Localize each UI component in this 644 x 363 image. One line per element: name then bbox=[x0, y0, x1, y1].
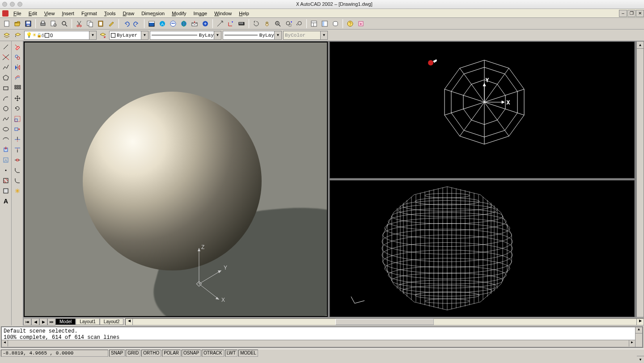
polygon-button[interactable] bbox=[1, 73, 11, 83]
cut-button[interactable] bbox=[74, 19, 84, 29]
menu-tools[interactable]: Tools bbox=[101, 11, 119, 16]
arc-button[interactable] bbox=[1, 93, 11, 103]
mdi-minimize-button[interactable]: – bbox=[619, 10, 627, 17]
move-button[interactable] bbox=[13, 93, 22, 103]
status-otrack[interactable]: OTRACK bbox=[202, 350, 224, 357]
mirror-button[interactable] bbox=[13, 63, 22, 72]
dropdown-arrow-icon[interactable]: ▼ bbox=[141, 31, 148, 39]
color-dropdown[interactable]: ByLayer ▼ bbox=[109, 31, 148, 40]
mdi-restore-button[interactable]: ❐ bbox=[627, 10, 636, 17]
dbconnect-button[interactable] bbox=[330, 19, 340, 29]
menu-help[interactable]: Help bbox=[235, 11, 253, 16]
save-button[interactable] bbox=[23, 19, 33, 29]
autodesk-pointA-button[interactable]: A bbox=[157, 19, 167, 29]
vertical-scrollbar[interactable]: ▲ ▼ bbox=[636, 42, 644, 317]
tracking-button[interactable] bbox=[215, 19, 225, 29]
zoom-realtime-button[interactable]: ± bbox=[273, 19, 283, 29]
scroll-down-button[interactable]: ▼ bbox=[637, 356, 644, 363]
minimize-dot[interactable] bbox=[10, 2, 15, 7]
plotstyle-dropdown[interactable]: ByColor ▼ bbox=[283, 31, 328, 40]
mdi-close-button[interactable]: ✕ bbox=[636, 10, 644, 17]
insert-block-button[interactable] bbox=[1, 145, 11, 155]
offset-button[interactable] bbox=[13, 73, 22, 83]
menu-window[interactable]: Window bbox=[211, 11, 235, 16]
status-grid[interactable]: GRID bbox=[126, 350, 140, 357]
dropdown-arrow-icon[interactable]: ▼ bbox=[89, 31, 96, 39]
text-button[interactable]: A bbox=[1, 196, 11, 206]
layer-previous-button[interactable] bbox=[13, 30, 23, 40]
status-osnap[interactable]: OSNAP bbox=[182, 350, 201, 357]
rectangle-button[interactable] bbox=[1, 83, 11, 93]
zoom-dot[interactable] bbox=[17, 2, 22, 7]
construction-line-button[interactable] bbox=[1, 52, 11, 62]
scale-button[interactable] bbox=[13, 114, 22, 124]
scroll-right-button[interactable]: ▶ bbox=[629, 340, 635, 346]
layer-dropdown[interactable]: 💡 ☀ 🔓 ⎙ 0 ▼ bbox=[24, 31, 97, 40]
print-preview-button[interactable] bbox=[49, 19, 59, 29]
meet-now-button[interactable] bbox=[168, 19, 178, 29]
cmd-hscroll[interactable]: ◀ ▶ bbox=[2, 340, 635, 347]
make-block-button[interactable]: A bbox=[1, 155, 11, 165]
status-ortho[interactable]: ORTHO bbox=[141, 350, 161, 357]
tab-last-button[interactable]: ⏭ bbox=[47, 318, 55, 325]
copy-object-button[interactable] bbox=[13, 52, 22, 62]
tab-model[interactable]: Model bbox=[55, 318, 76, 325]
erase-button[interactable] bbox=[13, 42, 22, 52]
designcenter-button[interactable] bbox=[320, 19, 330, 29]
status-model[interactable]: MODEL bbox=[238, 350, 258, 357]
menu-file[interactable]: FFileile bbox=[10, 11, 25, 16]
break-button[interactable] bbox=[13, 155, 22, 165]
circle-button[interactable] bbox=[1, 104, 11, 114]
ellipse-button[interactable] bbox=[1, 124, 11, 134]
new-button[interactable] bbox=[2, 19, 12, 29]
menu-format[interactable]: Format bbox=[78, 11, 101, 16]
status-lwt[interactable]: LWT bbox=[225, 350, 237, 357]
dropdown-arrow-icon[interactable]: ▼ bbox=[214, 31, 221, 39]
etransmit-button[interactable] bbox=[190, 19, 199, 29]
find-button[interactable] bbox=[59, 19, 69, 29]
rotate-button[interactable] bbox=[13, 104, 22, 114]
chamfer-button[interactable] bbox=[13, 165, 22, 175]
status-polar[interactable]: POLAR bbox=[162, 350, 181, 357]
lineweight-dropdown[interactable]: ByLayer ▼ bbox=[223, 31, 282, 40]
extend-button[interactable] bbox=[13, 145, 22, 155]
make-layer-current-button[interactable] bbox=[98, 30, 108, 40]
redraw-button[interactable] bbox=[251, 19, 261, 29]
viewport-top-wireframe[interactable]: X Y bbox=[330, 42, 635, 178]
today-button[interactable] bbox=[147, 19, 157, 29]
viewport-perspective-render[interactable]: Z Y X bbox=[24, 42, 328, 317]
scroll-left-button[interactable]: ◀ bbox=[126, 319, 133, 325]
array-button[interactable] bbox=[13, 83, 22, 93]
pan-realtime-button[interactable] bbox=[262, 19, 272, 29]
status-snap[interactable]: SNAP bbox=[109, 350, 125, 357]
tab-layout2[interactable]: Layout2 bbox=[100, 318, 124, 325]
ucs-button[interactable]: ▾ bbox=[226, 19, 236, 29]
layer-manager-button[interactable] bbox=[2, 30, 12, 40]
redo-button[interactable] bbox=[132, 19, 142, 29]
tab-next-button[interactable]: ▶ bbox=[39, 318, 47, 325]
line-button[interactable] bbox=[1, 42, 11, 52]
menu-modify[interactable]: Modify bbox=[168, 11, 190, 16]
properties-button[interactable] bbox=[309, 19, 319, 29]
explode-button[interactable] bbox=[13, 186, 22, 196]
publish-button[interactable] bbox=[179, 19, 189, 29]
status-coords[interactable]: -8.8819, 4.9665 , 0.0000 bbox=[1, 350, 108, 357]
menu-image[interactable]: Image bbox=[190, 11, 211, 16]
paste-button[interactable] bbox=[96, 19, 106, 29]
viewport-iso-wireframe[interactable] bbox=[330, 180, 635, 317]
polyline-button[interactable] bbox=[1, 63, 11, 72]
match-properties-button[interactable] bbox=[106, 19, 116, 29]
help-button[interactable]: ? bbox=[345, 19, 355, 29]
cmd-vscroll[interactable]: ▲ bbox=[635, 327, 642, 347]
open-button[interactable] bbox=[13, 19, 22, 29]
menu-view[interactable]: View bbox=[41, 11, 59, 16]
scroll-up-button[interactable]: ▲ bbox=[636, 327, 642, 333]
close-dot[interactable] bbox=[2, 2, 7, 7]
tab-layout1[interactable]: Layout1 bbox=[76, 318, 100, 325]
menu-insert[interactable]: Insert bbox=[58, 11, 78, 16]
print-button[interactable] bbox=[38, 19, 48, 29]
active-assistance-button[interactable]: ✦ bbox=[356, 19, 366, 29]
ellipse-arc-button[interactable] bbox=[1, 135, 11, 144]
trim-button[interactable] bbox=[13, 135, 22, 144]
copy-button[interactable] bbox=[85, 19, 95, 29]
